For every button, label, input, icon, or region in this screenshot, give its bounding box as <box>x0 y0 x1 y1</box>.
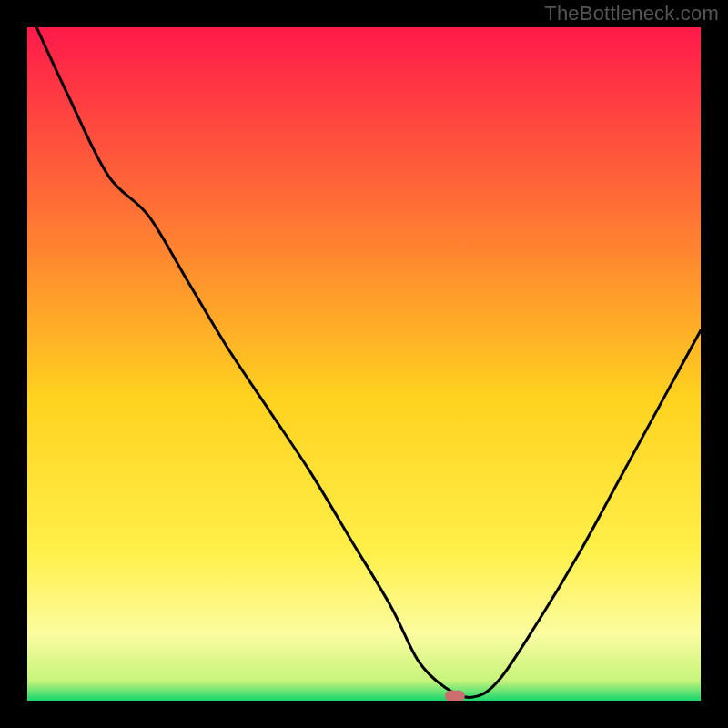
minimum-marker <box>445 691 465 701</box>
chart-frame: TheBottleneck.com <box>0 0 728 728</box>
plot-area <box>27 27 701 701</box>
gradient-background <box>27 27 701 701</box>
chart-svg <box>27 27 701 701</box>
watermark-text: TheBottleneck.com <box>544 2 719 25</box>
